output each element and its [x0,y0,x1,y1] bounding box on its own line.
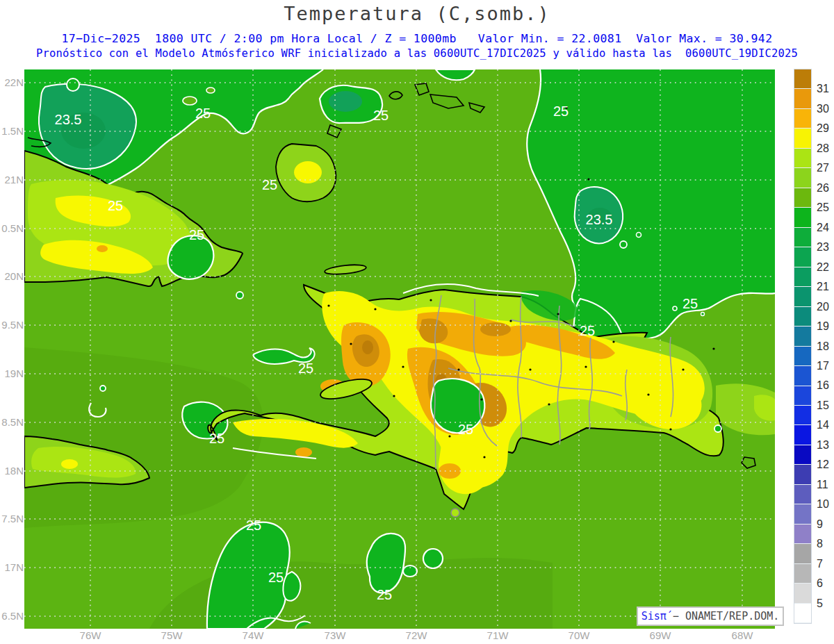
colorbar-value: 17 [817,360,834,372]
colorbar-value: 14 [817,419,834,431]
east-dr-ringlet [714,425,721,432]
colorbar-value: 18 [817,340,834,353]
isoline-label: 25 [209,431,224,446]
isoline-label: 25 [553,104,569,119]
sis-logo: Sisπ́ [641,610,667,622]
colorbar-value: 21 [817,281,834,293]
model-info-line: Pronóstico con el Modelo Atmósferico WRF… [0,47,834,60]
colorbar-cell [794,406,811,425]
isoline-label: 25 [298,361,313,376]
lat-tick-label: 0.5N [0,222,24,234]
colorbar-cell [794,89,811,108]
orange-small-3 [295,447,312,457]
lat-tick-label: 22N [0,76,24,88]
colorbar-cell [794,168,811,188]
colorbar-cell [794,445,811,465]
colorbar-value: 31 [817,83,834,95]
band-hole-2 [206,88,215,93]
lat-tick-label: 18N [0,465,24,477]
colorbar-value: 26 [817,182,834,195]
colorbar-cell [794,544,811,563]
colorbar-cell [794,504,811,524]
colorbar-cell [794,366,811,386]
isoline-label: 25 [246,518,261,533]
colorbar-value: 29 [817,122,834,135]
colorbar-value: 24 [817,222,834,234]
colorbar-cell [794,228,811,247]
ne-hole-2 [637,233,641,238]
credit-separator: − [667,610,685,622]
ne-hole-1 [620,241,627,248]
isoline-label: 25 [458,422,473,437]
temperature-colorbar [794,69,811,623]
colorbar-cell [794,69,811,89]
isoline-label: 25 [108,198,123,213]
colorbar-cell [794,129,811,148]
colorbar-cell [794,347,811,366]
jamaica-yellow [61,459,78,469]
curl-dot [100,386,106,391]
beata-island [451,509,459,517]
colorbar-cell [794,307,811,327]
colorbar-cell [794,425,811,445]
map-area: 23.5252525252523.5252525252525252525 [24,69,775,629]
colorbar-value: 22 [817,261,834,274]
brown-north-2 [480,322,511,336]
blob-sc-4 [423,549,443,568]
colorbar-cell [794,267,811,287]
ne-dot-1 [673,306,677,311]
colorbar-cell [794,485,811,504]
colorbar-cell [794,327,811,346]
credit-box: Sisπ́ − ONAMET/REP.DOM. [637,606,784,626]
inagua-yellow [294,161,322,183]
lat-tick-label: 19N [0,368,24,379]
isoline-label: 25 [377,587,392,602]
isoline-label: 23.5 [586,212,613,227]
isoline-label: 25 [195,106,211,121]
lon-tick-label: 68W [727,629,758,641]
lat-tick-label: 21N [0,174,24,185]
colorbar-value: 16 [817,379,834,392]
lat-tick-label: 8.5N [0,416,24,428]
colorbar-value: 15 [817,399,834,412]
lon-tick-label: 72W [401,629,432,641]
colorbar-cell [794,109,811,129]
colorbar-value: 30 [817,103,834,115]
lon-tick-label: 76W [75,629,106,641]
colorbar-cell [794,465,811,484]
lon-tick-label: 74W [238,629,268,641]
band-hole-1 [183,97,197,105]
lat-tick-label: 20N [0,270,24,282]
colorbar-cell [794,208,811,227]
colorbar-value: 10 [817,498,834,511]
colorbar-value: 23 [817,241,834,254]
lon-tick-label: 71W [482,629,513,641]
colorbar-cell [794,525,811,544]
lat-tick-label: 9.5N [0,319,24,331]
lon-tick-label: 75W [156,629,187,641]
colorbar-value: 8 [817,538,834,550]
forecast-time-line: 17−Dic−2025 1800 UTC / 2:00 pm Hora Loca… [0,32,834,45]
colorbar-cell [794,604,811,623]
colorbar-value: 27 [817,162,834,174]
lat-tick-label: 7.5N [0,513,24,525]
lon-tick-label: 70W [564,629,594,641]
isoline-label: 25 [682,296,698,311]
isoline-label: 23.5 [55,112,82,127]
credit-org: ONAMET/REP.DOM. [685,610,779,622]
colorbar-value: 7 [817,558,834,570]
green-ringlet-nw [67,79,79,91]
lat-tick-label: 1.5N [0,125,24,137]
page-title: Temperatura (C,somb.) [0,3,834,24]
colorbar-value: 25 [817,201,834,214]
colorbar-value: 13 [817,439,834,452]
lat-tick-label: 6.5N [0,610,24,622]
colorbar-value: 11 [817,479,834,491]
colorbar-value: 5 [817,597,834,610]
isoline-label: 25 [268,570,284,585]
colorbar-value: 19 [817,320,834,333]
colorbar-cell [794,188,811,208]
isoline-label: 25 [189,227,204,242]
colorbar-cell [794,564,811,584]
brown-dark-1 [362,340,373,354]
